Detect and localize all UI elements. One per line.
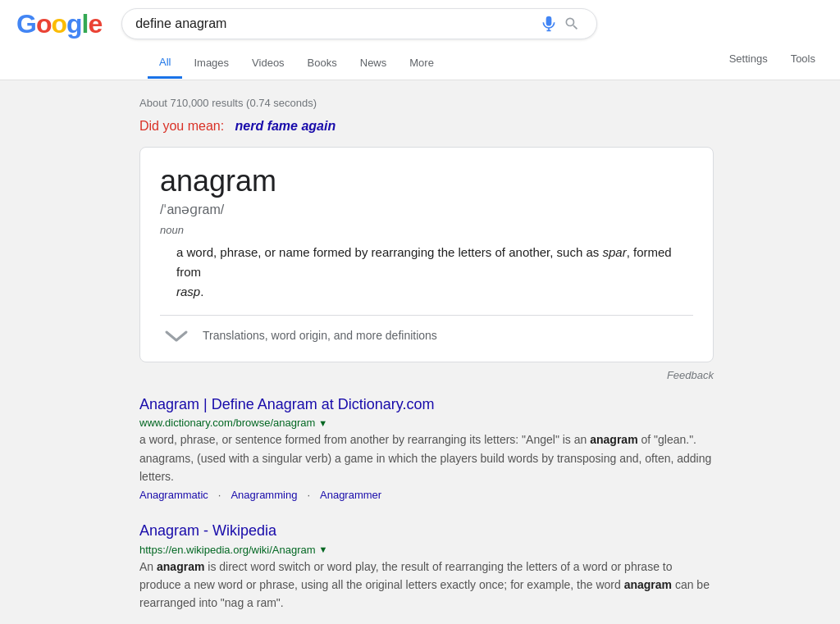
tab-news[interactable]: News <box>349 48 399 77</box>
result-title-wikipedia[interactable]: Anagram - Wikipedia <box>139 522 276 539</box>
mic-icon <box>541 16 557 32</box>
definition-box: anagram /ˈanəɡram/ noun a word, phrase, … <box>139 147 714 362</box>
tab-more[interactable]: More <box>398 48 445 77</box>
tools-link[interactable]: Tools <box>783 46 824 71</box>
tab-videos[interactable]: Videos <box>240 48 296 77</box>
more-definitions-button[interactable]: Translations, word origin, and more defi… <box>160 326 693 345</box>
did-you-mean: Did you mean: nerd fame again <box>139 119 705 134</box>
nav-tabs: All Images Videos Books News More <box>148 48 445 79</box>
tab-books[interactable]: Books <box>296 48 349 77</box>
search-button[interactable] <box>560 16 583 32</box>
definition-divider <box>160 315 693 316</box>
settings-link[interactable]: Settings <box>721 46 776 71</box>
results-info: About 710,000 results (0.74 seconds) <box>139 97 705 109</box>
nav-right: Settings Tools <box>721 46 824 80</box>
voice-search-button[interactable] <box>537 16 560 32</box>
result-title-dictionary[interactable]: Anagram | Define Anagram at Dictionary.c… <box>139 396 435 412</box>
tab-all[interactable]: All <box>148 48 182 79</box>
search-box[interactable]: define anagram <box>121 8 597 39</box>
result-snippet-dictionary: a word, phrase, or sentence formed from … <box>139 430 714 485</box>
search-result: Anagram - Wikipedia https://en.wikipedia… <box>139 521 714 612</box>
result-snippet-wikipedia: An anagram is direct word switch or word… <box>139 558 714 613</box>
result-sub-links-dictionary: Anagrammatic · Anagramming · Anagrammer <box>139 489 714 501</box>
search-icon <box>564 16 580 32</box>
more-definitions-label: Translations, word origin, and more defi… <box>203 329 437 342</box>
word-pos: noun <box>160 224 693 236</box>
did-you-mean-label: Did you mean: <box>139 119 224 133</box>
search-result: Anagram | Define Anagram at Dictionary.c… <box>139 394 714 501</box>
sub-link-anagrammatic[interactable]: Anagrammatic <box>139 489 208 501</box>
google-logo: Google <box>16 9 102 39</box>
did-you-mean-suggestion[interactable]: nerd fame again <box>235 119 336 133</box>
chevron-down-icon <box>160 326 193 345</box>
word-definition: a word, phrase, or name formed by rearra… <box>176 243 693 302</box>
result-url-dictionary: www.dictionary.com/browse/anagram <box>139 417 315 429</box>
tab-images[interactable]: Images <box>182 48 240 77</box>
result-url-wikipedia: https://en.wikipedia.org/wiki/Anagram <box>139 544 316 556</box>
sub-link-anagrammer[interactable]: Anagrammer <box>320 489 381 501</box>
word-title: anagram <box>160 164 693 198</box>
result-url-row: www.dictionary.com/browse/anagram ▼ <box>139 417 714 429</box>
result-url-row: https://en.wikipedia.org/wiki/Anagram ▼ <box>139 544 714 556</box>
search-input[interactable]: define anagram <box>135 16 537 31</box>
result-url-caret-dictionary[interactable]: ▼ <box>318 418 327 428</box>
word-pronunciation: /ˈanəɡram/ <box>160 202 693 217</box>
sub-link-anagramming[interactable]: Anagramming <box>231 489 297 501</box>
feedback-link[interactable]: Feedback <box>139 369 714 381</box>
result-url-caret-wikipedia[interactable]: ▼ <box>319 544 328 554</box>
